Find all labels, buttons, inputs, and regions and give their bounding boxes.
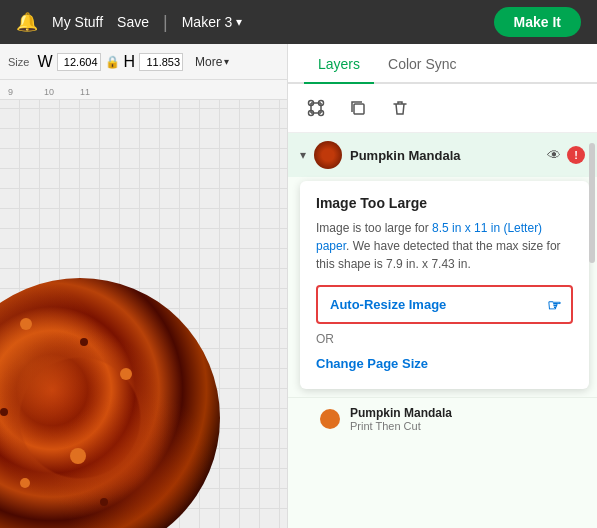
more-label: More [195, 55, 222, 69]
canvas-toolbar: Size W 🔒 H More ▾ [0, 44, 287, 80]
svg-rect-8 [354, 104, 364, 114]
canvas-content [0, 100, 287, 528]
size-label: Size [8, 56, 29, 68]
group-name: Pumpkin Mandala [350, 148, 539, 163]
my-stuff-link[interactable]: My Stuff [52, 14, 103, 30]
make-it-button[interactable]: Make It [494, 7, 581, 37]
layer-toolbar [288, 84, 597, 133]
sub-layer-text: Pumpkin Mandala Print Then Cut [350, 406, 452, 432]
panel-tabs: Layers Color Sync [288, 44, 597, 84]
main-area: Size W 🔒 H More ▾ 9 10 11 [0, 44, 597, 528]
width-input[interactable] [57, 53, 101, 71]
ruler-mark-9: 9 [8, 87, 44, 97]
image-too-large-popup: Image Too Large Image is too large for 8… [300, 181, 589, 389]
ruler-strip: 9 10 11 [0, 80, 287, 100]
group-row[interactable]: ▾ Pumpkin Mandala 👁 ! [288, 133, 597, 177]
duplicate-icon [349, 99, 367, 117]
tab-layers[interactable]: Layers [304, 44, 374, 84]
delete-button[interactable] [384, 92, 416, 124]
ruler-mark-10: 10 [44, 87, 80, 97]
ruler-marks: 9 10 11 [8, 87, 116, 97]
bell-icon[interactable]: 🔔 [16, 11, 38, 33]
more-button[interactable]: More ▾ [195, 55, 229, 69]
change-page-button[interactable]: Change Page Size [316, 352, 428, 375]
layer-list: ▾ Pumpkin Mandala 👁 ! Image Too Large Im… [288, 133, 597, 528]
lock-icon[interactable]: 🔒 [105, 55, 120, 69]
sub-layer-color-dot [320, 409, 340, 429]
popup-body: Image is too large for 8.5 in x 11 in (L… [316, 219, 573, 273]
machine-chevron-icon: ▾ [236, 15, 242, 29]
cursor-hand-icon: ☞ [547, 295, 561, 314]
width-input-wrapper [57, 53, 101, 71]
machine-selector[interactable]: Maker 3 ▾ [182, 14, 243, 30]
popup-title: Image Too Large [316, 195, 573, 211]
scroll-indicator[interactable] [589, 143, 595, 263]
nav-divider: | [163, 12, 168, 33]
height-input-wrapper [139, 53, 183, 71]
group-chevron-icon: ▾ [300, 148, 306, 162]
ruler-mark-11: 11 [80, 87, 116, 97]
group-thumbnail [314, 141, 342, 169]
visibility-eye-icon[interactable]: 👁 [547, 147, 561, 163]
popup-body-text2: . We have detected that the max size for… [316, 239, 561, 271]
mandala-image[interactable] [0, 278, 220, 528]
top-navbar: 🔔 My Stuff Save | Maker 3 ▾ Make It [0, 0, 597, 44]
right-panel: Layers Color Sync [288, 44, 597, 528]
height-label: H [124, 53, 136, 71]
duplicate-button[interactable] [342, 92, 374, 124]
height-input[interactable] [139, 53, 183, 71]
width-label: W [37, 53, 52, 71]
auto-resize-label: Auto-Resize Image [330, 297, 446, 312]
group-icons-right: 👁 ! [547, 146, 585, 164]
delete-icon [391, 99, 409, 117]
size-input-group: W 🔒 H [37, 53, 183, 71]
tab-color-sync[interactable]: Color Sync [374, 44, 470, 84]
popup-body-text1: Image is too large for [316, 221, 432, 235]
warning-icon: ! [567, 146, 585, 164]
canvas-area: Size W 🔒 H More ▾ 9 10 11 [0, 44, 288, 528]
machine-name: Maker 3 [182, 14, 233, 30]
sub-layer-item[interactable]: Pumpkin Mandala Print Then Cut [288, 397, 597, 440]
sub-layer-type: Print Then Cut [350, 420, 452, 432]
more-chevron-icon: ▾ [224, 56, 229, 67]
or-text: OR [316, 332, 573, 346]
auto-resize-button[interactable]: Auto-Resize Image ☞ [316, 285, 573, 324]
save-link[interactable]: Save [117, 14, 149, 30]
group-button[interactable] [300, 92, 332, 124]
sub-layer-name: Pumpkin Mandala [350, 406, 452, 420]
group-icon [307, 99, 325, 117]
